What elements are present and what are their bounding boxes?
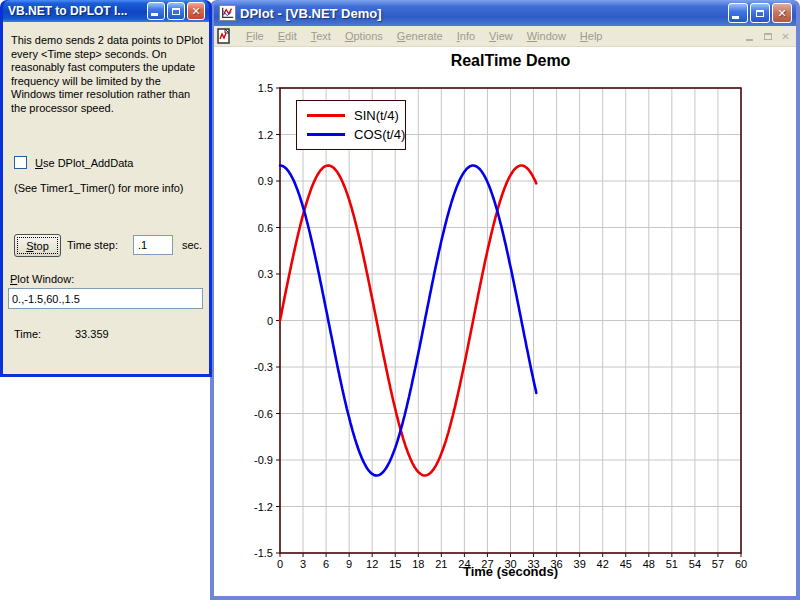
time-step-label: Time step: xyxy=(67,239,118,251)
time-step-unit: sec. xyxy=(182,239,202,251)
legend-entry-cos: COS(t/4) xyxy=(307,125,405,144)
mdi-close-button[interactable]: ✕ xyxy=(778,30,793,43)
plot-window-input[interactable] xyxy=(8,288,203,309)
y-tick-label: -1.5 xyxy=(254,547,273,559)
close-icon: ✕ xyxy=(777,8,786,19)
time-value: 33.359 xyxy=(75,328,109,340)
stop-button[interactable]: Stop xyxy=(14,234,61,257)
y-tick-label: 0.6 xyxy=(258,222,273,234)
form-client-area: This demo sends 2 data points to DPlot e… xyxy=(3,22,209,374)
menu-item-help[interactable]: Help xyxy=(580,30,603,42)
maximize-icon xyxy=(756,10,764,17)
minimize-icon xyxy=(151,13,158,16)
dplot-maximize-button[interactable] xyxy=(750,3,770,23)
legend-line-sample xyxy=(307,133,345,136)
chart-title: RealTime Demo xyxy=(280,52,741,70)
minimize-icon xyxy=(732,16,739,19)
vbnet-form-window: VB.NET to DPLOT I... ✕ This demo sends 2… xyxy=(0,0,212,377)
dplot-client-area: 03691215182124273033363942454851545760-1… xyxy=(214,47,796,596)
demo-description: This demo sends 2 data points to DPlot e… xyxy=(11,34,203,115)
menu-items: FileEditTextOptionsGenerateInfoViewWindo… xyxy=(239,30,610,42)
close-icon: ✕ xyxy=(191,6,200,17)
y-tick-label: 0.3 xyxy=(258,268,273,280)
menu-item-info[interactable]: Info xyxy=(457,30,475,42)
y-tick-label: 0.9 xyxy=(258,175,273,187)
mdi-minimize-icon xyxy=(746,39,753,41)
mdi-close-icon: ✕ xyxy=(781,31,789,42)
menu-item-view[interactable]: View xyxy=(489,30,513,42)
desktop: { "form_window": { "title": "VB.NET to D… xyxy=(0,0,800,600)
time-label: Time: xyxy=(14,328,41,340)
dplot-title: DPlot - [VB.NET Demo] xyxy=(240,6,382,21)
y-tick-label: -0.3 xyxy=(254,361,273,373)
y-tick-label: 1.2 xyxy=(258,129,273,141)
dplot-menubar: FileEditTextOptionsGenerateInfoViewWindo… xyxy=(214,26,796,47)
dplot-app-icon xyxy=(219,5,236,21)
dplot-window: DPlot - [VB.NET Demo] ✕ FileEditTextOpti… xyxy=(210,0,800,600)
y-tick-label: -0.6 xyxy=(254,408,273,420)
mdi-window-buttons: ✕ xyxy=(742,30,793,43)
form-minimize-button[interactable] xyxy=(147,2,165,20)
mdi-restore-icon xyxy=(764,33,772,40)
y-tick-label: -0.9 xyxy=(254,454,273,466)
form-maximize-button[interactable] xyxy=(167,2,185,20)
form-close-button[interactable]: ✕ xyxy=(187,2,205,20)
adddata-checkbox-row: Use DPlot_AddData xyxy=(14,156,133,169)
legend-label: COS(t/4) xyxy=(354,127,405,142)
adddata-checkbox-label: Use DPlot_AddData xyxy=(35,157,133,169)
menu-item-window[interactable]: Window xyxy=(527,30,566,42)
form-titlebar[interactable]: VB.NET to DPLOT I... ✕ xyxy=(3,0,209,22)
dplot-titlebar[interactable]: DPlot - [VB.NET Demo] ✕ xyxy=(214,0,796,26)
legend-label: SIN(t/4) xyxy=(354,108,399,123)
mdi-minimize-button[interactable] xyxy=(742,30,757,43)
menu-item-edit[interactable]: Edit xyxy=(278,30,297,42)
time-step-input[interactable] xyxy=(133,235,173,255)
dplot-close-button[interactable]: ✕ xyxy=(772,3,792,23)
legend-entry-sin: SIN(t/4) xyxy=(307,106,405,125)
menu-item-generate[interactable]: Generate xyxy=(397,30,443,42)
menu-item-file[interactable]: File xyxy=(246,30,264,42)
document-icon[interactable] xyxy=(217,28,231,44)
menu-item-text[interactable]: Text xyxy=(311,30,331,42)
y-tick-label: 1.5 xyxy=(258,82,273,94)
form-title: VB.NET to DPLOT I... xyxy=(8,4,127,18)
chart-legend: SIN(t/4)COS(t/4) xyxy=(296,100,406,150)
maximize-icon xyxy=(172,8,180,15)
dplot-minimize-button[interactable] xyxy=(728,3,748,23)
plot-window-label: Plot Window: xyxy=(10,273,74,285)
use-dplot-adddata-checkbox[interactable] xyxy=(14,156,27,169)
legend-line-sample xyxy=(307,114,345,117)
y-tick-label: -1.2 xyxy=(254,501,273,513)
chart-x-axis-label: Time (seconds) xyxy=(280,564,741,579)
menu-item-options[interactable]: Options xyxy=(345,30,383,42)
y-tick-label: 0 xyxy=(267,315,273,327)
mdi-restore-button[interactable] xyxy=(760,30,775,43)
timer-note: (See Timer1_Timer() for more info) xyxy=(14,182,184,194)
